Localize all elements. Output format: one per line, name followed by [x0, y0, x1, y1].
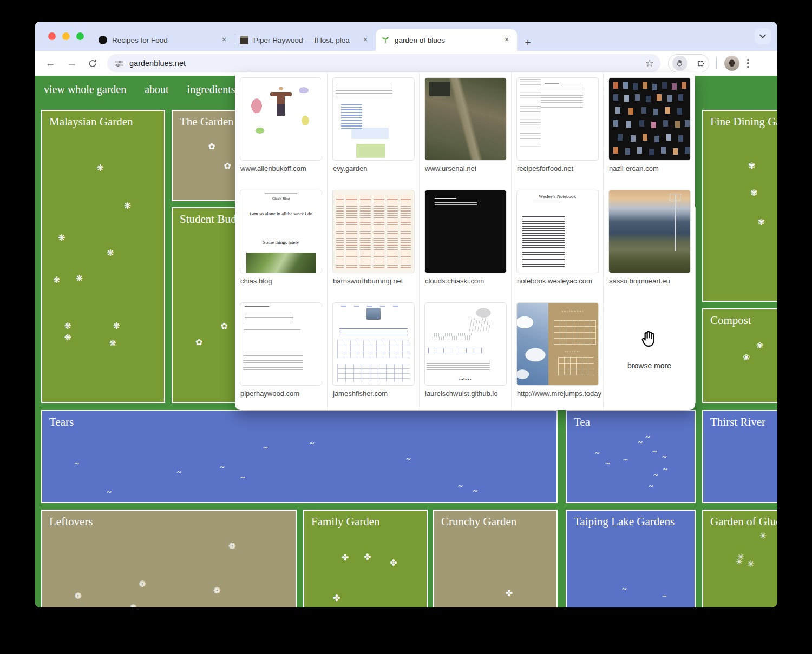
garden-plot-fine-dining-garden[interactable]: Fine Dining Garden✾✾✾	[702, 110, 777, 302]
plot-title: Compost	[710, 314, 751, 327]
site-card-sasso-bnjmnearl-eu[interactable]: sasso.bnjmnearl.eu	[603, 185, 695, 298]
plot-title: The Garden o	[180, 115, 242, 129]
profile-avatar[interactable]	[724, 56, 739, 71]
tab-1[interactable]: Recipes for Food×	[93, 29, 234, 51]
site-label: sasso.bnjmnearl.eu	[604, 277, 670, 285]
plant-symbol: ❁	[75, 592, 82, 600]
hand-extension-button[interactable]	[672, 56, 687, 71]
toolbar-separator	[716, 57, 717, 69]
nav-link-ingredients[interactable]: ingredients	[187, 83, 235, 96]
plant-symbol: ✿	[224, 162, 231, 170]
tab-3[interactable]: garden of blues×	[376, 29, 517, 51]
site-card-barnsworthburning-net[interactable]: barnsworthburning.net	[327, 185, 419, 298]
browser-menu-button[interactable]	[747, 59, 749, 68]
garden-plot-crunchy-garden[interactable]: Crunchy Garden✤	[433, 510, 558, 607]
site-settings-icon	[114, 58, 124, 69]
plant-symbol: ~	[595, 450, 599, 458]
bookmark-star-icon[interactable]: ☆	[645, 57, 654, 69]
site-label: clouds.chiaski.com	[420, 277, 484, 285]
plant-symbol: ~	[662, 453, 666, 461]
tab-2[interactable]: Piper Haywood — If lost, plea×	[234, 29, 376, 51]
tab-strip: Recipes for Food×Piper Haywood — If lost…	[35, 22, 777, 51]
garden-plot-garden-of-glues[interactable]: Garden of Glues✳✳✳✳	[702, 510, 777, 607]
plant-symbol: ❋	[109, 339, 116, 348]
seedling-icon	[381, 36, 390, 44]
garden-plot-taiping-lake-gardens[interactable]: Taiping Lake Gardens~~	[566, 510, 696, 607]
plant-symbol: ❋	[53, 276, 60, 285]
site-card-www-allenbukoff-com[interactable]: www.allenbukoff.com	[235, 72, 327, 185]
plant-symbol: ✳	[759, 532, 767, 540]
site-card-chias-blog[interactable]: Chia's Blogi am so alone in allthe work …	[235, 185, 327, 298]
extensions-capsule	[668, 54, 709, 72]
garden-plot-tea[interactable]: Tea~~~~~~~~~~	[566, 410, 696, 503]
garden-plot-leftovers[interactable]: Leftovers❁❁❁❁❁	[41, 510, 297, 607]
sites-overlay-panel: www.allenbukoff.comevy.gardenwww.ursenal…	[235, 72, 695, 410]
plot-title: Crunchy Garden	[441, 515, 516, 529]
site-card-nazli-ercan-com[interactable]: nazli-ercan.com	[603, 72, 695, 185]
tab-close-icon[interactable]: ×	[361, 35, 370, 45]
site-card-www-ursenal-net[interactable]: www.ursenal.net	[419, 72, 511, 185]
chevron-down-icon	[759, 34, 766, 38]
plant-symbol: ✿	[208, 142, 215, 151]
site-card-clouds-chiaski-com[interactable]: clouds.chiaski.com	[419, 185, 511, 298]
site-label: www.allenbukoff.com	[235, 164, 306, 173]
plot-title: Taiping Lake Gardens	[574, 515, 675, 529]
plant-symbol: ✤	[364, 553, 371, 561]
new-tab-button[interactable]: +	[520, 36, 535, 51]
garden-plot-compost[interactable]: Compost❀❀	[702, 308, 777, 403]
thumbnail-text: values	[425, 377, 506, 381]
plant-symbol: ✳	[747, 560, 754, 569]
plant-symbol: ~	[652, 448, 657, 456]
site-thumbnail	[516, 77, 599, 161]
site-card-jameshfisher-com[interactable]: jameshfisher.com	[327, 298, 419, 410]
site-label: chias.blog	[235, 277, 272, 285]
site-label: laurelschwulst.github.io	[420, 389, 497, 398]
plant-symbol: ~	[662, 593, 666, 601]
tab-strip-tabs: Recipes for Food×Piper Haywood — If lost…	[93, 28, 535, 51]
site-thumbnail	[424, 190, 507, 273]
url-text: gardenblues.net	[129, 59, 645, 68]
plant-symbol: ✤	[506, 589, 513, 598]
minimize-window-button[interactable]	[62, 32, 70, 40]
site-card-evy-garden[interactable]: evy.garden	[327, 72, 419, 185]
plot-title: Tears	[49, 415, 74, 429]
nav-link-about[interactable]: about	[145, 83, 168, 96]
site-card-piperhaywood-com[interactable]: piperhaywood.com	[235, 298, 327, 410]
garden-plot-family-garden[interactable]: Family Garden✤✤✤✤	[303, 510, 428, 607]
tab-title: garden of blues	[395, 36, 502, 44]
plot-title: Tea	[574, 415, 590, 429]
site-label: notebook.wesleyac.com	[512, 277, 592, 285]
tab-close-icon[interactable]: ×	[219, 35, 229, 45]
site-label: nazli-ercan.com	[604, 164, 659, 173]
back-button[interactable]: ←	[42, 55, 58, 71]
tab-close-icon[interactable]: ×	[502, 35, 512, 45]
site-card-notebook-wesleyac-com[interactable]: Wesley's Notebooknotebook.wesleyac.com	[511, 185, 603, 298]
plant-symbol: ❋	[113, 322, 120, 331]
site-card-http-www-mrejumps-today[interactable]: septemberoctoberhttp://www.mrejumps.toda…	[511, 298, 603, 410]
forward-button[interactable]: →	[64, 55, 80, 71]
browse-more-button[interactable]: browse more	[603, 298, 695, 410]
zoom-window-button[interactable]	[76, 32, 84, 40]
plot-title: Family Garden	[311, 515, 380, 529]
tab-search-button[interactable]	[755, 28, 771, 44]
nav-link-view-whole-garden[interactable]: view whole garden	[44, 83, 126, 96]
garden-plot-tears[interactable]: Tears~~~~~~~~~~	[41, 410, 558, 503]
plant-symbol: ✳	[736, 558, 743, 566]
site-card-recipesforfood-net[interactable]: recipesforfood.net	[511, 72, 603, 185]
plant-symbol: ❋	[76, 274, 83, 283]
plant-symbol: ❀	[756, 341, 763, 350]
plot-title: Malaysian Garden	[49, 115, 133, 129]
desktop: { "browser": { "tabs": [ {"title": "Reci…	[0, 0, 812, 654]
url-bar[interactable]: gardenblues.net ☆	[107, 54, 660, 72]
site-card-laurelschwulst-github-io[interactable]: valueslaurelschwulst.github.io	[419, 298, 511, 410]
reload-button[interactable]	[84, 55, 101, 71]
garden-plot-thirst-river[interactable]: Thirst River	[702, 410, 777, 503]
plant-symbol: ❋	[64, 322, 71, 331]
plant-symbol: ✿	[195, 338, 202, 347]
thumbnail-text: Wesley's Notebook	[517, 194, 598, 199]
plant-symbol: ~	[606, 459, 610, 467]
garden-plot-malaysian-garden[interactable]: Malaysian Garden❋❋❋❋❋❋❋❋❋❋	[41, 110, 165, 403]
close-window-button[interactable]	[48, 32, 56, 40]
plant-symbol: ~	[458, 483, 462, 491]
extensions-puzzle-icon[interactable]	[696, 59, 705, 68]
